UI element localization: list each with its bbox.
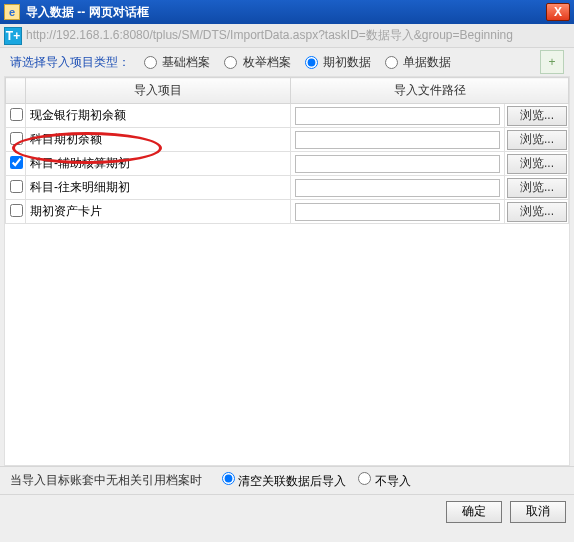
table-row: 现金银行期初余额浏览... [6,104,569,128]
header-item: 导入项目 [26,78,291,104]
tplus-icon: T+ [4,27,22,45]
table-row: 科目-往来明细期初浏览... [6,176,569,200]
browse-button[interactable]: 浏览... [507,178,567,198]
row-item-name: 现金银行期初余额 [26,104,291,128]
filter-bar: 请选择导入项目类型： 基础档案 枚举档案 期初数据 单据数据 + [0,48,574,76]
row-item-name: 期初资产卡片 [26,200,291,224]
filter-label: 请选择导入项目类型： [10,54,130,71]
filter-option[interactable]: 单据数据 [385,55,451,69]
filter-option[interactable]: 基础档案 [144,55,210,69]
button-bar: 确定 取消 [0,494,574,528]
missing-ref-label: 当导入目标账套中无相关引用档案时 [10,472,202,489]
row-checkbox[interactable] [10,132,23,145]
missing-ref-option[interactable]: 清空关联数据后导入 [222,474,346,488]
row-checkbox[interactable] [10,108,23,121]
corner-icon[interactable]: + [540,50,564,74]
import-table: 导入项目 导入文件路径 现金银行期初余额浏览...科目期初余额浏览...科目-辅… [4,76,570,466]
title-bar: e 导入数据 -- 网页对话框 X [0,0,574,24]
missing-ref-bar: 当导入目标账套中无相关引用档案时 清空关联数据后导入 不导入 [0,466,574,494]
ok-button[interactable]: 确定 [446,501,502,523]
table-row: 科目期初余额浏览... [6,128,569,152]
filter-option[interactable]: 期初数据 [305,55,371,69]
header-checkbox [6,78,26,104]
row-path-input[interactable] [295,107,500,125]
browse-button[interactable]: 浏览... [507,202,567,222]
row-checkbox[interactable] [10,180,23,193]
table-row: 科目-辅助核算期初浏览... [6,152,569,176]
browse-button[interactable]: 浏览... [507,106,567,126]
url-text: http://192.168.1.6:8080/tplus/SM/DTS/Imp… [26,27,513,44]
header-path: 导入文件路径 [291,78,569,104]
ie-icon: e [4,4,20,20]
address-bar: T+ http://192.168.1.6:8080/tplus/SM/DTS/… [0,24,574,48]
row-path-input[interactable] [295,131,500,149]
close-button[interactable]: X [546,3,570,21]
missing-ref-option[interactable]: 不导入 [358,474,410,488]
row-item-name: 科目-辅助核算期初 [26,152,291,176]
cancel-button[interactable]: 取消 [510,501,566,523]
window-title: 导入数据 -- 网页对话框 [26,4,546,21]
row-item-name: 科目期初余额 [26,128,291,152]
table-row: 期初资产卡片浏览... [6,200,569,224]
row-checkbox[interactable] [10,156,23,169]
row-item-name: 科目-往来明细期初 [26,176,291,200]
filter-option[interactable]: 枚举档案 [224,55,290,69]
browse-button[interactable]: 浏览... [507,130,567,150]
row-path-input[interactable] [295,155,500,173]
row-path-input[interactable] [295,203,500,221]
row-checkbox[interactable] [10,204,23,217]
row-path-input[interactable] [295,179,500,197]
browse-button[interactable]: 浏览... [507,154,567,174]
